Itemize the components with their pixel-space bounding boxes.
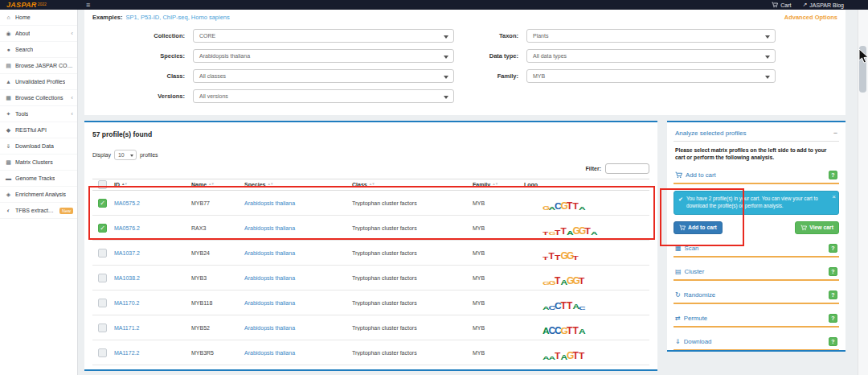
logo-letter: G [567, 251, 573, 261]
help-button[interactable]: ? [829, 267, 837, 276]
cart-link[interactable]: Cart [772, 2, 791, 8]
brand[interactable]: JASPAR 2022 [0, 1, 78, 9]
logo-letter: T [555, 276, 561, 286]
sidebar-item-browse-jaspar-core[interactable]: ▤Browse JASPAR CORE [0, 58, 77, 74]
profile-id-link[interactable]: MA1171.2 [114, 325, 139, 331]
sidebar-item-tools[interactable]: ✦Tools‹ [0, 106, 77, 122]
data-type-select[interactable]: All data types [526, 49, 776, 63]
sidebar-item-download-data[interactable]: ⇓Download Data [0, 138, 77, 155]
selected-value: MYB [533, 73, 545, 79]
chevron-left-icon: ‹ [71, 110, 73, 117]
profile-id-link[interactable]: MA1038.2 [114, 275, 140, 281]
species-link[interactable]: Arabidopsis thaliana [244, 225, 295, 231]
menu-icon[interactable]: ≡ [86, 2, 90, 9]
profile-id-link[interactable]: MA1170.2 [114, 300, 139, 306]
family-select[interactable]: MYB [526, 69, 776, 83]
help-button[interactable]: ? [829, 244, 837, 253]
versions-select[interactable]: All versions [193, 89, 454, 103]
species-link[interactable]: Arabidopsis thaliana [244, 200, 295, 206]
sidebar-item-genome-tracks[interactable]: ▬Genome Tracks [0, 171, 77, 187]
add-to-cart-button[interactable]: Add to cart [674, 221, 723, 234]
column-header-class[interactable]: Class▲▼ [350, 182, 470, 188]
sidebar-item-label: About [15, 31, 30, 36]
sidebar-item-search[interactable]: ●Search [0, 42, 77, 58]
row-checkbox[interactable]: ✓ [98, 199, 107, 208]
logo-letter: G [542, 281, 549, 286]
info-icon: ◉ [5, 31, 12, 37]
section-label-randomize[interactable]: Randomize [684, 291, 825, 299]
column-label: Logo [524, 182, 538, 188]
collection-select[interactable]: CORE [193, 29, 454, 43]
view-cart-button[interactable]: View cart [795, 221, 839, 234]
profile-id-link[interactable]: MA0575.2 [114, 200, 140, 206]
section-label-scan[interactable]: Scan [685, 245, 825, 252]
sidebar-item-home[interactable]: ⌂Home [0, 10, 77, 26]
filter-input[interactable] [605, 163, 649, 174]
logo-letter: T [561, 301, 567, 311]
sidebar-item-browse-collections[interactable]: ▦Browse Collections‹ [0, 90, 77, 106]
species-link[interactable]: Arabidopsis thaliana [244, 350, 295, 356]
row-checkbox[interactable] [98, 249, 107, 258]
help-button[interactable]: ? [829, 291, 837, 299]
example-link[interactable]: Homo sapiens [191, 14, 230, 21]
select-all-checkbox[interactable] [98, 180, 107, 189]
cart-label: Cart [780, 2, 791, 8]
sidebar-item-about[interactable]: ◉About‹ [0, 26, 77, 42]
species-link[interactable]: Arabidopsis thaliana [244, 275, 295, 281]
brand-version: 2022 [38, 2, 47, 6]
taxon-select[interactable]: Plants [526, 29, 776, 43]
display-suffix: profiles [140, 152, 158, 158]
row-checkbox[interactable]: ✓ [98, 224, 107, 233]
help-button[interactable]: ? [829, 171, 837, 179]
column-header-family[interactable]: Family▲▼ [470, 182, 522, 188]
example-link[interactable]: SP1 [126, 14, 137, 21]
sidebar-item-label: Home [15, 14, 31, 20]
species-link[interactable]: Arabidopsis thaliana [244, 250, 295, 256]
blog-link[interactable]: ↗ JASPAR Blog [802, 2, 844, 8]
selected-value: All classes [199, 73, 226, 79]
section-label-permute[interactable]: Permute [684, 315, 825, 322]
collapse-icon[interactable]: − [833, 129, 837, 137]
logo-letter: T [567, 326, 573, 336]
sidebar-item-tfbs-extraction[interactable]: ◐TFBS extractionNew [0, 203, 77, 219]
sidebar-item-matrix-clusters[interactable]: ▩Matrix Clusters [0, 155, 77, 171]
advanced-options-link[interactable]: Advanced Options [784, 14, 837, 21]
sequence-logo: GGTAGGT [522, 270, 649, 286]
row-checkbox[interactable] [98, 348, 107, 357]
column-header-id[interactable]: ID▲▼ [112, 182, 189, 188]
column-header-name[interactable]: Name▲▼ [189, 182, 242, 188]
row-checkbox[interactable] [98, 274, 107, 282]
example-link[interactable]: ChIP-seq [162, 14, 187, 21]
section-label-cluster[interactable]: Cluster [685, 268, 825, 275]
class-select[interactable]: All classes [193, 69, 454, 83]
page-size-select[interactable]: 10 [114, 150, 137, 160]
cart-icon [800, 225, 807, 231]
close-icon[interactable]: × [832, 192, 836, 201]
help-button[interactable]: ? [829, 337, 837, 346]
example-link[interactable]: P53-ID [141, 14, 159, 21]
scrollbar-thumb[interactable] [859, 46, 866, 93]
profile-class: Tryptophan cluster factors [350, 250, 470, 256]
profile-id-link[interactable]: MA0576.2 [114, 225, 140, 231]
profile-id-link[interactable]: MA1172.2 [114, 350, 139, 356]
scrollbar-track[interactable] [858, 10, 868, 375]
row-checkbox[interactable] [98, 323, 107, 332]
sidebar-item-enrichment-analysis[interactable]: ◈Enrichment Analysis [0, 187, 77, 203]
column-header-logo[interactable]: Logo [522, 182, 649, 188]
logo-letter: T [573, 255, 579, 261]
profile-id-link[interactable]: MA1037.2 [114, 250, 140, 256]
column-header-species[interactable]: Species▲▼ [242, 182, 350, 188]
external-link-icon: ↗ [802, 2, 807, 8]
help-button[interactable]: ? [829, 314, 837, 323]
main-content: Examples: SP1, P53-ID, ChIP-seq, Homo sa… [78, 10, 868, 375]
species-select[interactable]: Arabidopsis thaliana [193, 49, 454, 63]
species-link[interactable]: Arabidopsis thaliana [244, 300, 295, 306]
sidebar-item-unvalidated-profiles[interactable]: ▲Unvalidated Profiles [0, 74, 77, 90]
sidebar-item-restful-api[interactable]: ◆RESTful API [0, 122, 77, 138]
logo-letter: A [561, 278, 567, 286]
section-label-download[interactable]: Download [684, 338, 825, 345]
species-link[interactable]: Arabidopsis thaliana [244, 325, 295, 331]
logo-letter: T [573, 203, 579, 211]
logo-letter: G [542, 205, 549, 211]
row-checkbox[interactable] [98, 299, 107, 307]
